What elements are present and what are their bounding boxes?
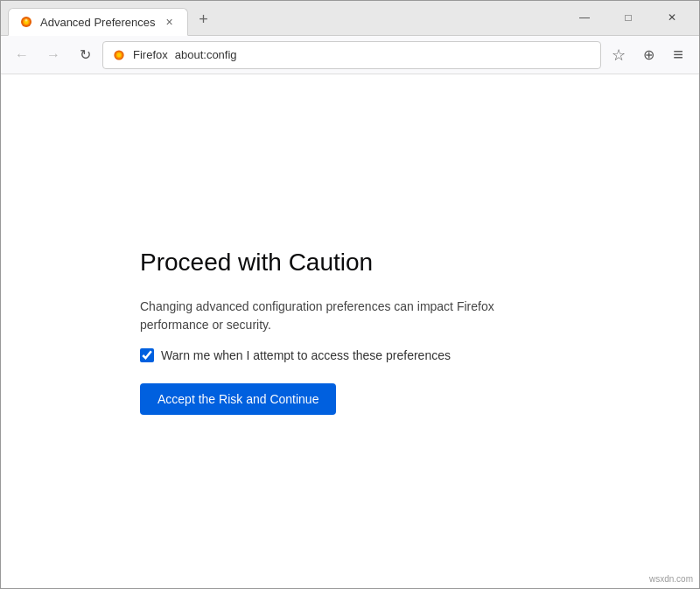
accept-risk-button[interactable]: Accept the Risk and Continue <box>140 383 336 415</box>
browser-window: Advanced Preferences × + — □ ✕ ← → ↻ Fir… <box>0 0 700 589</box>
active-tab[interactable]: Advanced Preferences × <box>8 8 188 36</box>
svg-point-3 <box>25 19 28 22</box>
tab-title: Advanced Preferences <box>40 16 156 29</box>
page-content: Proceed with Caution Changing advanced c… <box>1 74 699 588</box>
watermark: wsxdn.com <box>647 573 696 585</box>
browser-name: Firefox <box>133 48 168 61</box>
tab-favicon <box>19 15 33 29</box>
refresh-button[interactable]: ↻ <box>71 41 99 69</box>
checkbox-label: Warn me when I attempt to access these p… <box>161 348 451 362</box>
new-tab-button[interactable]: + <box>192 7 216 32</box>
window-controls: — □ ✕ <box>564 5 692 30</box>
page-title: Proceed with Caution <box>140 249 560 277</box>
tab-bar: Advanced Preferences × + <box>8 1 557 35</box>
browser-logo-icon <box>112 48 126 62</box>
minimize-button[interactable]: — <box>564 5 605 30</box>
title-bar: Advanced Preferences × + — □ ✕ <box>1 1 699 36</box>
address-bar[interactable]: Firefox about:config <box>102 41 601 69</box>
tab-close-button[interactable]: × <box>163 16 177 28</box>
svg-point-6 <box>117 53 122 57</box>
bookmark-button[interactable]: ☆ <box>605 41 633 69</box>
menu-button[interactable]: ≡ <box>664 41 692 69</box>
shield-button[interactable]: ⊕ <box>634 41 662 69</box>
maximize-button[interactable]: □ <box>608 5 648 30</box>
navigation-bar: ← → ↻ Firefox about:config ☆ ⊕ ≡ <box>1 36 699 74</box>
warning-container: Proceed with Caution Changing advanced c… <box>88 214 612 450</box>
back-button[interactable]: ← <box>8 41 36 69</box>
address-text: about:config <box>175 48 237 61</box>
warning-description: Changing advanced configuration preferen… <box>140 298 560 334</box>
checkbox-row: Warn me when I attempt to access these p… <box>140 348 560 362</box>
forward-button[interactable]: → <box>39 41 67 69</box>
nav-icons: ☆ ⊕ ≡ <box>605 41 692 69</box>
warn-checkbox[interactable] <box>140 348 154 362</box>
close-button[interactable]: ✕ <box>652 5 692 30</box>
